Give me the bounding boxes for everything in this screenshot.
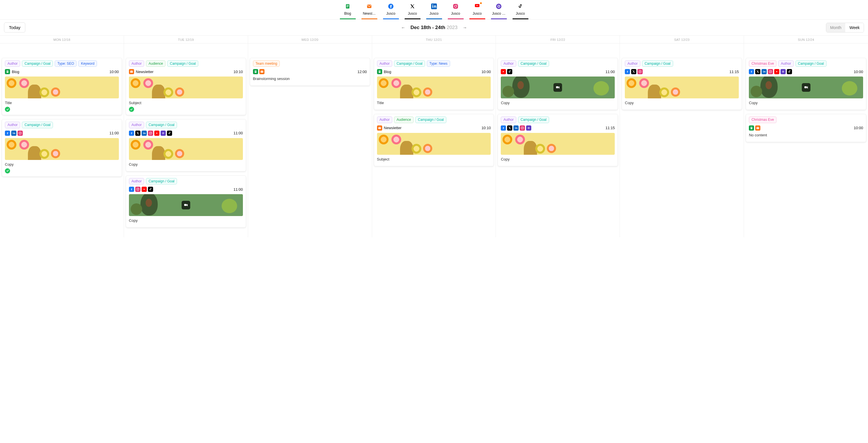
- day-header: MON 12/18: [0, 36, 124, 43]
- card-thumbnail: [377, 133, 491, 155]
- content-type-label: Blog: [384, 70, 392, 74]
- youtube-icon: [501, 69, 506, 74]
- instagram-icon: [452, 3, 459, 10]
- date-year: 2023: [447, 25, 458, 30]
- card-title: Subject: [129, 101, 243, 105]
- blog-icon: [253, 69, 258, 74]
- prev-arrow-icon[interactable]: ←: [401, 25, 405, 30]
- content-card[interactable]: AuthorAudienceCampaign / GoalNewsletter1…: [374, 114, 494, 166]
- content-card[interactable]: AuthorCampaign / Goal11:00Copy: [498, 58, 618, 110]
- chip-keyword: Keyword: [78, 60, 97, 67]
- channel-label: Jusco: [426, 11, 442, 15]
- chip-author: Author: [129, 178, 144, 184]
- chip-author: Author: [377, 117, 392, 123]
- content-card[interactable]: Christmas Eve10:00No content: [746, 114, 866, 142]
- chip-author: Author: [501, 60, 516, 67]
- card-thumbnail: [5, 138, 119, 160]
- svg-rect-2: [346, 6, 349, 7]
- card-time: 10:00: [854, 70, 863, 74]
- day-header: WED 12/20: [248, 36, 372, 43]
- chip-type: Type: SEO: [55, 60, 76, 67]
- chip-campaign: Campaign / Goal: [518, 60, 549, 67]
- channel-tab-x[interactable]: Jusco: [405, 3, 421, 19]
- card-title: No content: [749, 133, 863, 137]
- channel-tab-newsletter[interactable]: Newsl…: [362, 3, 377, 19]
- svg-rect-49: [639, 70, 642, 73]
- channel-label: Jusco …: [491, 11, 507, 15]
- card-time: 11:15: [730, 70, 739, 74]
- chip-campaign: Campaign / Goal: [394, 60, 425, 67]
- instagram-icon: [135, 187, 141, 192]
- channel-tab-youtube[interactable]: Jusco: [469, 3, 485, 19]
- svg-rect-39: [379, 71, 380, 71]
- platform-icons: [501, 125, 531, 131]
- channel-tab-gmb[interactable]: Jusco …: [491, 3, 507, 19]
- content-card[interactable]: AuthorCampaign / GoalType: NewsBlog10:00…: [374, 58, 494, 110]
- tiktok-icon: [167, 131, 172, 136]
- content-card[interactable]: AuthorAudienceCampaign / GoalNewsletter1…: [126, 58, 246, 115]
- day-column: TUE 12/19AuthorAudienceCampaign / GoalNe…: [124, 36, 248, 237]
- card-title: Copy: [625, 101, 739, 105]
- instagram-icon: [148, 131, 153, 136]
- content-card[interactable]: AuthorCampaign / Goal11:15Copy: [622, 58, 742, 110]
- newsletter-icon: [366, 3, 373, 10]
- video-play-icon: [802, 83, 810, 92]
- x-icon: [507, 125, 512, 131]
- platform-icons: [501, 69, 512, 74]
- facebook-icon: [749, 69, 754, 74]
- card-time: 11:00: [606, 70, 615, 74]
- card-thumbnail: [129, 76, 243, 98]
- chip-audience: Audience: [394, 117, 413, 123]
- content-card[interactable]: AuthorCampaign / Goal11:15Copy: [498, 114, 618, 166]
- svg-point-48: [523, 127, 523, 127]
- week-view-button[interactable]: Week: [845, 23, 864, 32]
- tiktok-icon: [507, 69, 512, 74]
- day-column: SUN 12/24Christmas EveAuthorCampaign / G…: [744, 36, 868, 237]
- card-title: Copy: [129, 218, 243, 223]
- linkedin-icon: [431, 3, 437, 10]
- svg-rect-44: [515, 127, 516, 129]
- content-card[interactable]: Christmas EveAuthorCampaign / Goal10:00C…: [746, 58, 866, 110]
- channel-tab-blog[interactable]: Blog: [340, 3, 356, 19]
- blog-icon: [377, 69, 382, 74]
- chip-row: AuthorCampaign / GoalType: News: [377, 60, 491, 67]
- chip-author: Author: [625, 60, 640, 67]
- facebook-icon: [501, 125, 506, 131]
- card-title: Title: [5, 101, 119, 105]
- chip-author: Author: [129, 60, 144, 67]
- svg-rect-57: [804, 86, 807, 88]
- channel-label: Jusco: [469, 11, 485, 15]
- content-type-label: Newsletter: [384, 126, 401, 130]
- linkedin-icon: [762, 69, 767, 74]
- channel-tab-instagram[interactable]: Jusco: [448, 3, 464, 19]
- svg-rect-58: [751, 127, 752, 129]
- channel-tab-facebook[interactable]: Jusco: [383, 3, 399, 19]
- channel-tab-linkedin[interactable]: Jusco: [426, 3, 442, 19]
- chip-author: Author: [5, 122, 20, 128]
- content-card[interactable]: AuthorCampaign / GoalType: SEOKeywordBlo…: [2, 58, 122, 115]
- svg-point-22: [21, 132, 21, 133]
- blog-icon: [344, 3, 351, 10]
- x-icon: [631, 69, 636, 74]
- channel-tab-tiktok[interactable]: Jusco: [513, 3, 528, 19]
- month-view-button[interactable]: Month: [826, 23, 845, 32]
- linkedin-icon: [514, 125, 519, 131]
- today-button[interactable]: Today: [4, 23, 25, 32]
- facebook-icon: [388, 3, 394, 10]
- facebook-icon: [129, 187, 134, 192]
- svg-rect-59: [751, 127, 752, 127]
- card-meta-row: Newsletter10:10: [129, 69, 243, 74]
- platform-icons: [749, 125, 761, 131]
- svg-rect-36: [255, 72, 256, 72]
- content-card[interactable]: AuthorCampaign / Goal11:00Copy: [2, 119, 122, 176]
- svg-rect-35: [255, 71, 256, 72]
- platform-icons: [625, 69, 643, 74]
- day-header: SAT 12/23: [620, 36, 744, 43]
- content-card[interactable]: Team meeting12:00Brainstorming session: [250, 58, 370, 86]
- next-arrow-icon[interactable]: →: [463, 25, 467, 30]
- content-card[interactable]: AuthorCampaign / Goal11:00Copy: [126, 176, 246, 227]
- svg-rect-14: [7, 70, 8, 73]
- linkedin-icon: [11, 131, 17, 136]
- content-card[interactable]: AuthorCampaign / Goal11:00Copy: [126, 119, 246, 171]
- chip-audience: Audience: [146, 60, 165, 67]
